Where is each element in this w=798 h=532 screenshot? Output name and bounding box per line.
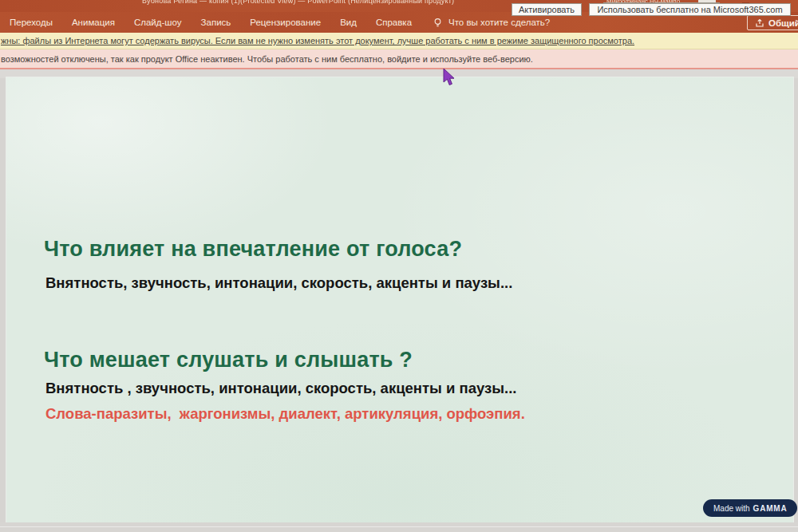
tab-animations[interactable]: Анимация (62, 12, 124, 33)
activate-button[interactable]: Активировать (512, 3, 582, 16)
activation-message: возможностей отключены, так как продукт … (1, 54, 533, 64)
tab-review[interactable]: Рецензирование (240, 12, 330, 33)
slide-body-line-1: Внятность, звучность, интонации, скорост… (45, 274, 512, 292)
ribbon-tabs: Переходы Анимация Слайд-шоу Запись Рецен… (0, 12, 421, 33)
share-label: Общий доступ (768, 18, 798, 28)
slide-canvas[interactable]: Что влияет на впечатление от голоса? Вня… (6, 77, 793, 522)
slide-body-line-2: Внятность , звучность, интонации, скорос… (45, 380, 516, 397)
share-button[interactable]: Общий доступ (747, 15, 798, 30)
tab-transitions[interactable]: Переходы (0, 12, 62, 33)
protected-view-message: жны: файлы из Интернета могут содержать … (1, 36, 634, 45)
made-with-gamma-badge[interactable]: Made with GAMMA (703, 499, 797, 517)
slide-red-line: Слова-паразиты, жаргонизмы, диалект, арт… (45, 405, 525, 423)
badge-prefix: Made with (713, 504, 750, 513)
tab-help[interactable]: Справка (366, 12, 421, 33)
window-title: Бубнова Регина — копия (1)(Protected Vie… (142, 0, 454, 5)
tell-me-box[interactable]: Что вы хотите сделать? (433, 18, 550, 28)
tell-me-label: Что вы хотите сделать? (448, 18, 550, 27)
tab-record[interactable]: Запись (192, 12, 241, 33)
slide-heading-voice-impression: Что влияет на впечатление от голоса? (44, 237, 462, 262)
status-bar-area (0, 522, 798, 532)
tab-slideshow[interactable]: Слайд-шоу (124, 12, 192, 33)
tab-view[interactable]: Вид (330, 12, 366, 33)
activation-bar: возможностей отключены, так как продукт … (0, 49, 798, 69)
slide-heading-listening-obstacles: Что мешает слушать и слышать ? (44, 348, 413, 372)
gamma-logo: GAMMA (753, 504, 788, 513)
lightbulb-icon (433, 18, 443, 28)
share-icon (755, 18, 764, 28)
use-free-microsoft365-button[interactable]: Использовать бесплатно на Microsoft365.c… (589, 3, 791, 16)
protected-view-bar: жны: файлы из Интернета могут содержать … (0, 33, 798, 49)
